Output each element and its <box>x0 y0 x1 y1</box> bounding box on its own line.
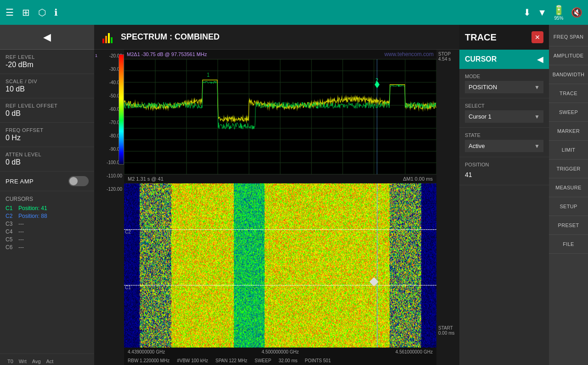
cursor-c3-name: C3 <box>6 221 15 227</box>
cursor-c1-waterfall-label: C1 <box>125 285 131 290</box>
cursor-section-title: CURSOR <box>465 55 497 63</box>
waterfall-canvas[interactable] <box>124 183 436 348</box>
cursor-section-header[interactable]: CURSOR ◀ <box>459 50 549 69</box>
cursor-c1-value: Position: 41 <box>18 205 89 211</box>
cursor-c6-value: --- <box>18 244 89 251</box>
spectrum-title: SPECTRUM : COMBINED <box>121 32 220 42</box>
cursor-c4-name: C4 <box>6 228 15 235</box>
battery-percent: 95% <box>554 16 563 21</box>
mute-icon[interactable]: 🔇 <box>571 7 582 18</box>
menu-amplitude[interactable]: AMPLITUDE <box>549 46 588 65</box>
tab-wrt[interactable]: Wrt <box>17 358 28 365</box>
back-button[interactable]: ◀ <box>0 25 94 50</box>
ref-offset-setting[interactable]: REF LEVEL OFFSET 0 dB <box>0 98 94 123</box>
far-right-menu: FREQ SPAN AMPLITUDE BANDWIDTH TRACE SWEE… <box>549 25 588 365</box>
cursor-c1-row[interactable]: C1 Position: 41 <box>6 205 89 211</box>
waterfall-m2: M2 1.31 s @ 41 <box>128 176 164 182</box>
topbar-right: ⬇ ▼ 🔋 95% 🔇 <box>523 5 582 21</box>
grid-icon[interactable]: ⊞ <box>22 7 30 18</box>
freq-label-center: 4.500000000 GHz <box>261 349 299 354</box>
span-label: SPAN 122 MHz <box>215 358 247 363</box>
menu-sweep[interactable]: SWEEP <box>549 103 588 122</box>
mode-chevron: ▼ <box>534 84 540 91</box>
menu-icon[interactable]: ☰ <box>6 7 14 18</box>
scale-div-setting[interactable]: SCALE / DIV 10 dB <box>0 74 94 98</box>
mode-row: MODE POSITION ▼ <box>459 69 549 98</box>
scale-div-label: SCALE / DIV <box>6 79 89 84</box>
download-icon[interactable]: ⬇ <box>523 7 531 18</box>
points-label: POINTS 501 <box>305 358 331 363</box>
stop-label: STOP <box>438 51 458 57</box>
mode-label: MODE <box>465 74 543 79</box>
cursor-c2-row[interactable]: C2 Position: 88 <box>6 213 89 219</box>
freq-label-right: 4.561000000 GHz <box>396 349 433 354</box>
atten-level-setting[interactable]: ATTEN LEVEL 0 dB <box>0 147 94 171</box>
wifi-icon[interactable]: ▼ <box>537 7 547 18</box>
color-scale-bar <box>119 54 124 165</box>
spectrum-canvas[interactable] <box>124 59 436 174</box>
ref-level-value: -20 dBm <box>6 61 89 69</box>
topbar-left: ☰ ⊞ ⬡ ℹ <box>6 7 58 18</box>
menu-limit[interactable]: LIMIT <box>549 141 588 160</box>
menu-preset[interactable]: PRESET <box>549 216 588 235</box>
ref-level-setting[interactable]: REF LEVEL -20 dBm <box>0 50 94 74</box>
menu-setup[interactable]: SETUP <box>549 197 588 216</box>
pre-amp-toggle[interactable] <box>68 176 89 186</box>
cursor-back-arrow[interactable]: ◀ <box>537 54 543 64</box>
main-layout: ◀ REF LEVEL -20 dBm SCALE / DIV 10 dB RE… <box>0 25 588 365</box>
freq-offset-setting[interactable]: FREQ OFFSET 0 Hz <box>0 123 94 147</box>
cursor-c2-waterfall-label: C2 <box>125 229 131 234</box>
freq-offset-value: 0 Hz <box>6 134 89 142</box>
start-label: START <box>438 325 458 331</box>
cursor-c6-row[interactable]: C6 --- <box>6 244 89 251</box>
state-dropdown[interactable]: Active ▼ <box>465 140 543 152</box>
select-dropdown[interactable]: Cursor 1 ▼ <box>465 110 543 123</box>
camera-icon[interactable]: ⬡ <box>38 7 46 18</box>
start-label-wrap: START 0.00 ms <box>438 325 458 336</box>
trace-header: TRACE ✕ <box>459 25 549 50</box>
tab-t0[interactable]: T0 <box>6 358 15 365</box>
stop-label-wrap: STOP 4.54 s <box>438 51 458 62</box>
cursor-c5-row[interactable]: C5 --- <box>6 236 89 243</box>
pre-amp-label: PRE AMP <box>6 178 34 185</box>
position-row: POSITION 41 <box>459 157 549 185</box>
menu-trigger[interactable]: TRIGGER <box>549 160 588 178</box>
tab-act[interactable]: Act <box>45 358 56 365</box>
website-text: www.tehencom.com <box>384 51 434 57</box>
cursors-section: CURSORS C1 Position: 41 C2 Position: 88 … <box>0 191 94 257</box>
ref-offset-value: 0 dB <box>6 109 89 118</box>
svg-rect-1 <box>105 36 107 43</box>
cursors-title: CURSORS <box>6 196 89 202</box>
cursor-c2-hline <box>124 229 436 230</box>
info-icon[interactable]: ℹ <box>54 7 58 18</box>
sweep-label: SWEEP <box>254 358 271 363</box>
menu-measure[interactable]: MEASURE <box>549 178 588 197</box>
freq-label-left: 4.439000000 GHz <box>128 349 165 354</box>
cursor-c3-row[interactable]: C3 --- <box>6 221 89 227</box>
cursor-c4-row[interactable]: C4 --- <box>6 228 89 235</box>
toggle-knob <box>69 177 78 185</box>
select-row: SELECT Cursor 1 ▼ <box>459 98 549 128</box>
cursor-c5-name: C5 <box>6 236 15 243</box>
battery-icon: 🔋 <box>553 5 565 16</box>
stop-val: 4.54 s <box>438 57 458 62</box>
select-label: SELECT <box>465 103 543 108</box>
mode-dropdown[interactable]: POSITION ▼ <box>465 81 543 93</box>
atten-level-label: ATTEN LEVEL <box>6 152 89 157</box>
menu-marker[interactable]: MARKER <box>549 122 588 141</box>
ref-offset-label: REF LEVEL OFFSET <box>6 103 89 108</box>
state-chevron: ▼ <box>534 143 540 149</box>
state-row: STATE Active ▼ <box>459 128 549 157</box>
tab-avg[interactable]: Avg <box>30 358 43 365</box>
center-area: SPECTRUM : COMBINED 1 -20.00 -30.00 -40.… <box>94 25 459 365</box>
menu-bandwidth[interactable]: BANDWIDTH <box>549 65 588 84</box>
y-label-10: -120.00 <box>96 187 122 192</box>
menu-trace[interactable]: TRACE <box>549 84 588 103</box>
freq-offset-label: FREQ OFFSET <box>6 127 89 133</box>
side-time-labels: STOP 4.54 s START 0.00 ms <box>436 50 459 365</box>
mode-value: POSITION <box>469 84 497 91</box>
menu-freq-span[interactable]: FREQ SPAN <box>549 25 588 46</box>
close-button[interactable]: ✕ <box>531 31 543 43</box>
menu-file[interactable]: FILE <box>549 235 588 254</box>
cursor-c6-name: C6 <box>6 244 15 251</box>
